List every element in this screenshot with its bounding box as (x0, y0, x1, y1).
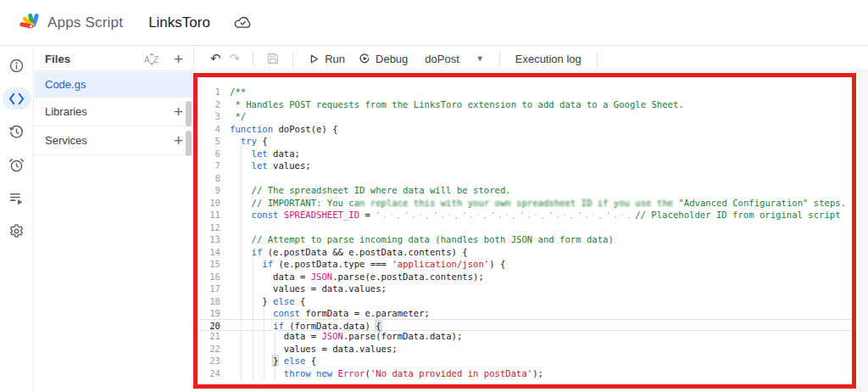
line-number: 23 (198, 355, 220, 367)
line-number: 16 (198, 271, 220, 283)
line-number: 8 (198, 172, 220, 185)
code-line[interactable]: 9 // The spreadsheet ID where data will … (198, 184, 853, 197)
sidebar-section-services[interactable]: Services + (35, 126, 193, 155)
svg-text:Z: Z (153, 54, 159, 64)
apps-script-logo-icon (14, 11, 39, 35)
project-name[interactable]: LinksToro (148, 14, 210, 31)
line-number: 13 (198, 233, 220, 246)
code-line[interactable]: 15 if (e.postData.type === 'application/… (198, 258, 853, 271)
editor-scrollbar-track[interactable] (856, 72, 868, 392)
rail-item-triggers[interactable] (3, 154, 31, 176)
debug-button[interactable]: Debug (352, 53, 415, 65)
code-line[interactable]: 1/** (198, 86, 853, 98)
code-line[interactable]: 20 if (formData.data) { (198, 319, 853, 332)
rail-item-overview[interactable] (3, 54, 31, 76)
left-rail (0, 47, 34, 392)
code-line[interactable]: 4function doPost(e) { (198, 123, 853, 136)
line-number: 2 (198, 98, 220, 111)
line-number: 22 (198, 343, 220, 356)
line-number: 10 (198, 197, 220, 210)
code-text: } else { (230, 295, 305, 308)
line-number: 4 (198, 123, 220, 136)
chevron-down-icon: ▼ (476, 54, 484, 63)
history-icon (8, 124, 25, 140)
run-button[interactable]: Run (302, 53, 352, 65)
code-text: data = JSON.parse(e.postData.contents); (230, 271, 484, 283)
code-text: values = data.values; (230, 283, 387, 295)
app-name[interactable]: Apps Script (47, 14, 123, 31)
code-editor[interactable]: 1/**2 * Handles POST requests from the L… (194, 72, 868, 392)
add-library-plus-icon[interactable]: + (174, 104, 183, 120)
sidebar-section-libraries[interactable]: Libraries + (35, 98, 193, 126)
sort-az-icon[interactable]: A Z (143, 53, 162, 65)
code-line[interactable]: 11 const SPREADSHEET_ID = // Placeholder… (198, 209, 853, 221)
code-text: if (e.postData.type === 'application/jso… (230, 258, 505, 271)
code-line[interactable]: 8 (198, 172, 853, 185)
line-number: 9 (198, 184, 220, 197)
rail-item-project-history[interactable] (3, 120, 31, 143)
code-line[interactable]: 19 const formData = e.parameter; (198, 307, 853, 320)
code-text: /** (230, 86, 246, 98)
code-text: values = data.values; (230, 343, 398, 356)
code-text: // Attempt to parse incoming data (handl… (230, 233, 614, 246)
code-icon (8, 92, 25, 105)
code-line[interactable]: 7 let values; (198, 160, 853, 172)
code-text: try { (230, 135, 268, 148)
code-line[interactable]: 3 */ (198, 110, 853, 123)
files-panel: Code.gs Libraries + Services + (35, 72, 193, 392)
code-text: function doPost(e) { (230, 123, 338, 136)
code-text: } else { (230, 355, 316, 367)
code-line[interactable]: 21 data = JSON.parse(formData.data); (198, 330, 853, 343)
code-line[interactable]: 23 } else { (198, 355, 853, 367)
undo-icon[interactable]: ↶ (206, 51, 225, 66)
run-play-icon (309, 53, 320, 64)
file-item-code-gs[interactable]: Code.gs (35, 72, 193, 98)
line-number: 18 (198, 295, 220, 308)
line-number: 20 (198, 320, 220, 331)
line-number: 21 (198, 330, 220, 343)
files-panel-header: Files A Z + (35, 47, 193, 71)
add-file-plus-icon[interactable]: + (174, 51, 183, 67)
code-line[interactable]: 2 * Handles POST requests from the Links… (198, 98, 853, 111)
function-selector[interactable]: doPost ▼ (418, 53, 490, 65)
topbar: Apps Script LinksToro (0, 0, 868, 46)
rail-item-executions[interactable] (3, 187, 31, 209)
rail-item-editor[interactable] (3, 87, 31, 109)
line-number: 1 (198, 86, 220, 98)
line-number: 15 (198, 258, 220, 271)
code-line[interactable]: 16 data = JSON.parse(e.postData.contents… (198, 271, 853, 283)
alarm-clock-icon (8, 157, 25, 173)
toolbar-divider (292, 52, 293, 66)
debug-icon (359, 53, 370, 64)
toolbar-divider (597, 52, 598, 66)
toolbar-divider (253, 52, 253, 66)
code-line[interactable]: 13 // Attempt to parse incoming data (ha… (198, 233, 853, 246)
code-line[interactable]: 14 if (e.postData && e.postData.contents… (198, 246, 853, 259)
add-service-plus-icon[interactable]: + (174, 132, 183, 148)
redo-icon[interactable]: ↷ (225, 51, 245, 66)
redacted-spreadsheet-id (376, 210, 635, 220)
rail-item-settings[interactable] (3, 220, 31, 242)
code-text: if (e.postData && e.postData.contents) { (230, 246, 468, 259)
info-icon (8, 58, 25, 74)
code-line[interactable]: 18 } else { (198, 295, 853, 308)
code-line[interactable]: 22 values = data.values; (198, 343, 853, 356)
code-line[interactable]: 17 values = data.values; (198, 283, 853, 295)
code-line[interactable]: 24 throw new Error('No data provided in … (198, 367, 853, 380)
execution-log-button[interactable]: Execution log (509, 53, 588, 65)
code-text: // The spreadsheet ID where data will be… (230, 184, 511, 197)
code-line[interactable]: 5 try { (198, 135, 853, 148)
toolbar-divider (499, 52, 500, 66)
panel-scrollbar-thumb[interactable] (186, 131, 192, 156)
code-text: */ (230, 110, 246, 123)
save-status-cloud-icon[interactable] (234, 16, 252, 29)
apps-script-window: Apps Script LinksToro (0, 0, 868, 392)
panel-scrollbar-thumb[interactable] (186, 101, 192, 126)
code-text: if (formData.data) { (230, 320, 381, 331)
code-text: const SPREADSHEET_ID = // Placeholder ID… (230, 209, 841, 221)
code-area[interactable]: 1/**2 * Handles POST requests from the L… (198, 86, 853, 392)
line-number: 7 (198, 160, 220, 172)
save-project-icon[interactable] (262, 52, 284, 65)
code-line[interactable]: 12 (198, 221, 853, 234)
code-line[interactable]: 6 let data; (198, 148, 853, 160)
